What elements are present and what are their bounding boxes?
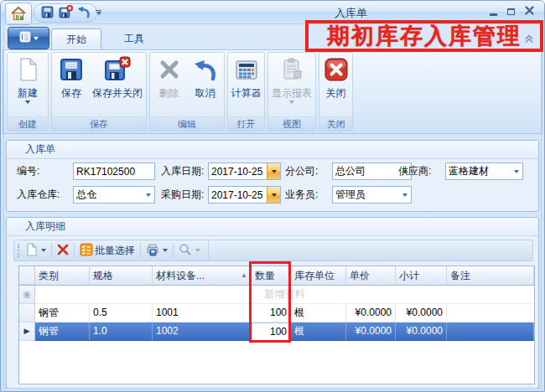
toolbar-separator bbox=[74, 243, 75, 258]
cell-price[interactable]: ¥0.0000 bbox=[346, 322, 396, 341]
tab-start[interactable]: 开始 bbox=[51, 28, 101, 49]
cell-qty[interactable]: 100 bbox=[252, 304, 291, 322]
column-header-subtotal[interactable]: 小计 bbox=[396, 266, 447, 285]
combo-dropdown-button[interactable] bbox=[398, 187, 411, 203]
chevron-down-icon bbox=[272, 170, 277, 173]
delete-button-label: 删除 bbox=[159, 88, 179, 99]
cell-price[interactable]: ¥0.0000 bbox=[346, 304, 396, 322]
cell-material[interactable]: 1002 bbox=[153, 322, 252, 341]
delete-row-button[interactable] bbox=[54, 242, 71, 260]
detail-grid: 类别 规格 材料设备... ▲ 数量 库存单位 单价 小计 备注 新增资料 bbox=[18, 266, 535, 384]
combo-dropdown-button[interactable] bbox=[142, 187, 154, 203]
calculator-button[interactable]: 计算器 bbox=[229, 56, 264, 99]
show-report-button: 显示报表 bbox=[268, 56, 315, 104]
save-and-close-button[interactable]: 保存并关闭 bbox=[90, 56, 145, 99]
cell-unit[interactable]: 根 bbox=[291, 322, 346, 341]
save-button[interactable]: 保存 bbox=[53, 56, 90, 99]
cell-material[interactable]: 1001 bbox=[153, 304, 252, 322]
window-title: 入库单 bbox=[335, 6, 367, 21]
cancel-button[interactable]: 取消 bbox=[187, 56, 223, 99]
chevron-down-icon bbox=[514, 170, 519, 173]
toolbar-grip[interactable] bbox=[18, 244, 19, 257]
cell-spec[interactable]: 1.0 bbox=[90, 322, 153, 341]
branch-value: 总公司 bbox=[333, 164, 398, 178]
cell-qty-editing[interactable]: 100 bbox=[252, 322, 291, 341]
close-window-button[interactable] bbox=[525, 6, 534, 18]
new-document-icon bbox=[25, 243, 38, 259]
maximize-button[interactable] bbox=[507, 8, 515, 15]
ribbon-group-create: 新建 创建 bbox=[7, 52, 49, 132]
date-dropdown-button[interactable] bbox=[267, 187, 280, 203]
group-label-open: 打开 bbox=[228, 116, 264, 131]
entry-date-picker[interactable]: 2017-10-25 bbox=[208, 162, 281, 180]
cell-remark[interactable] bbox=[447, 304, 534, 322]
app-window: 入库单 开始 工具 新建 bbox=[0, 0, 545, 392]
customize-qat-button[interactable] bbox=[91, 6, 106, 19]
toolbar-separator bbox=[173, 243, 174, 258]
column-header-qty[interactable]: 数量 bbox=[252, 266, 291, 285]
grid-new-row[interactable]: 新增资料 bbox=[19, 286, 534, 304]
column-header-material[interactable]: 材料设备... ▲ bbox=[153, 266, 252, 285]
ribbon-collapse-button[interactable] bbox=[522, 32, 536, 45]
app-menu-icon bbox=[19, 31, 31, 45]
entry-detail-title: 入库明细 bbox=[7, 218, 538, 236]
add-row-button[interactable] bbox=[23, 241, 49, 260]
new-button[interactable]: 新建 bbox=[8, 56, 47, 104]
column-header-remark[interactable]: 备注 bbox=[447, 266, 534, 285]
branch-label: 分公司: bbox=[285, 162, 318, 180]
save-close-icon bbox=[104, 56, 131, 85]
header-selector-cell[interactable] bbox=[19, 266, 35, 285]
cell-category[interactable]: 钢管 bbox=[35, 304, 90, 322]
table-row-selected[interactable]: ▶ 钢管 1.0 1002 100 根 ¥0.0000 ¥0.0000 bbox=[19, 322, 534, 341]
table-row[interactable]: 钢管 0.5 1001 100 根 ¥0.0000 ¥0.0000 bbox=[19, 304, 534, 322]
clerk-combo[interactable]: 管理员 bbox=[332, 186, 412, 204]
search-button[interactable] bbox=[176, 241, 203, 260]
cell-remark[interactable] bbox=[447, 322, 534, 341]
column-header-spec[interactable]: 规格 bbox=[90, 266, 153, 285]
row-selector-cell[interactable] bbox=[19, 304, 35, 322]
entry-detail-groupbox: 入库明细 bbox=[6, 217, 539, 389]
column-header-category[interactable]: 类别 bbox=[35, 266, 90, 285]
combo-dropdown-button[interactable] bbox=[510, 163, 522, 179]
undo-button-qat[interactable] bbox=[75, 5, 92, 21]
cell-subtotal[interactable]: ¥0.0000 bbox=[396, 322, 447, 341]
supplier-combo[interactable]: 蓝格建材 bbox=[445, 162, 523, 180]
calculator-icon bbox=[233, 56, 260, 85]
checklist-icon bbox=[80, 243, 93, 259]
tab-tools[interactable]: 工具 bbox=[110, 28, 158, 49]
column-header-price[interactable]: 单价 bbox=[346, 266, 396, 285]
batch-select-button[interactable]: 批量选择 bbox=[77, 241, 138, 260]
detail-toolbar: 批量选择 bbox=[13, 240, 533, 261]
ribbon-group-close: 关闭 关闭 bbox=[319, 52, 353, 132]
chevron-down-icon bbox=[402, 193, 407, 197]
current-row-arrow-icon: ▶ bbox=[24, 328, 30, 335]
close-button[interactable]: 关闭 bbox=[320, 56, 352, 99]
application-menu-button[interactable] bbox=[8, 27, 49, 49]
home-icon bbox=[10, 5, 27, 23]
column-header-unit[interactable]: 库存单位 bbox=[291, 266, 346, 285]
save-button-qat[interactable] bbox=[39, 5, 55, 21]
asterisk-icon bbox=[23, 291, 31, 299]
cell-unit[interactable]: 根 bbox=[291, 304, 346, 322]
chevron-down-icon bbox=[289, 101, 294, 104]
warehouse-value: 总仓 bbox=[74, 188, 142, 202]
title-bar: 入库单 bbox=[1, 1, 544, 24]
app-icon-button[interactable] bbox=[5, 3, 32, 25]
save-close-button-qat[interactable] bbox=[57, 5, 74, 21]
clerk-value: 管理员 bbox=[333, 188, 398, 202]
minimize-button[interactable] bbox=[490, 13, 497, 16]
purchase-date-picker[interactable]: 2017-10-25 bbox=[208, 186, 281, 204]
clerk-label: 业务员: bbox=[285, 186, 318, 204]
ribbon-group-view: 显示报表 视图 bbox=[267, 52, 316, 132]
new-row-placeholder: 新增资料 bbox=[35, 286, 534, 304]
group-label-create: 创建 bbox=[8, 116, 48, 131]
warehouse-combo[interactable]: 总仓 bbox=[73, 186, 155, 204]
cell-category[interactable]: 钢管 bbox=[35, 322, 90, 341]
number-input[interactable] bbox=[73, 162, 155, 180]
cell-spec[interactable]: 0.5 bbox=[90, 304, 153, 322]
print-export-button[interactable] bbox=[143, 241, 170, 260]
date-dropdown-button[interactable] bbox=[267, 163, 280, 179]
save-and-close-label: 保存并关闭 bbox=[92, 88, 143, 99]
row-selector-cell[interactable]: ▶ bbox=[19, 322, 35, 341]
cell-subtotal[interactable]: ¥0.0000 bbox=[396, 304, 447, 322]
